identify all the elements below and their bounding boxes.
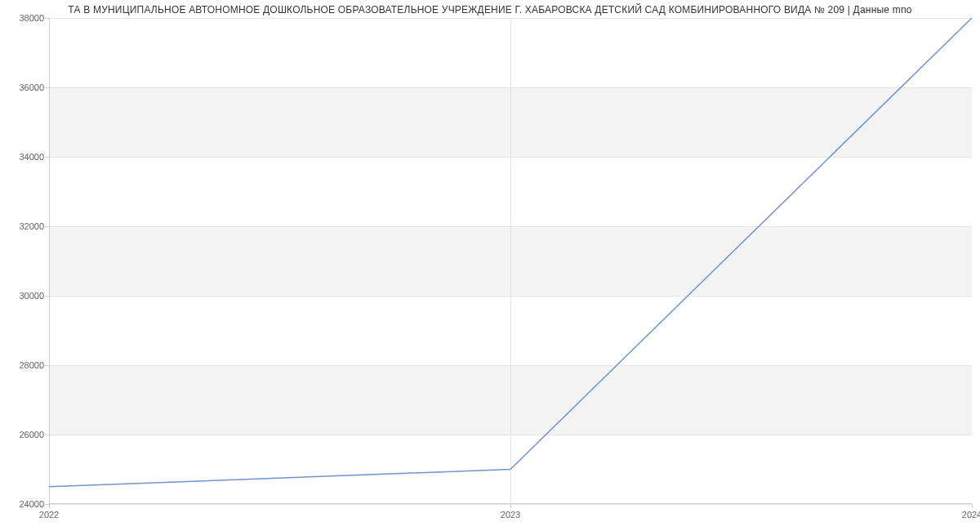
x-tick-mark [49, 504, 50, 508]
y-tick-label: 32000 [3, 221, 44, 231]
y-tick-mark [45, 87, 49, 88]
y-tick-label: 28000 [3, 360, 44, 370]
y-tick-label: 34000 [3, 152, 44, 162]
y-tick-mark [45, 296, 49, 297]
y-tick-label: 24000 [3, 499, 44, 509]
chart-container: ТА В МУНИЦИПАЛЬНОЕ АВТОНОМНОЕ ДОШКОЛЬНОЕ… [0, 0, 980, 531]
y-tick-mark [45, 365, 49, 366]
y-tick-label: 36000 [3, 83, 44, 92]
x-tick-label: 2022 [39, 510, 59, 520]
y-tick-mark [45, 226, 49, 227]
y-tick-label: 26000 [3, 430, 44, 440]
series-line [49, 18, 972, 487]
y-tick-label: 30000 [3, 291, 44, 301]
x-tick-label: 2024 [962, 510, 980, 520]
y-tick-mark [45, 157, 49, 158]
x-tick-mark [972, 504, 973, 508]
plot-area [49, 18, 972, 504]
y-tick-mark [45, 18, 49, 19]
y-tick-mark [45, 435, 49, 435]
x-tick-label: 2023 [501, 510, 520, 520]
y-tick-label: 38000 [3, 13, 44, 23]
plot-inner [49, 18, 972, 504]
x-tick-mark [510, 504, 511, 508]
chart-title: ТА В МУНИЦИПАЛЬНОЕ АВТОНОМНОЕ ДОШКОЛЬНОЕ… [0, 4, 980, 16]
line-series [49, 18, 972, 504]
